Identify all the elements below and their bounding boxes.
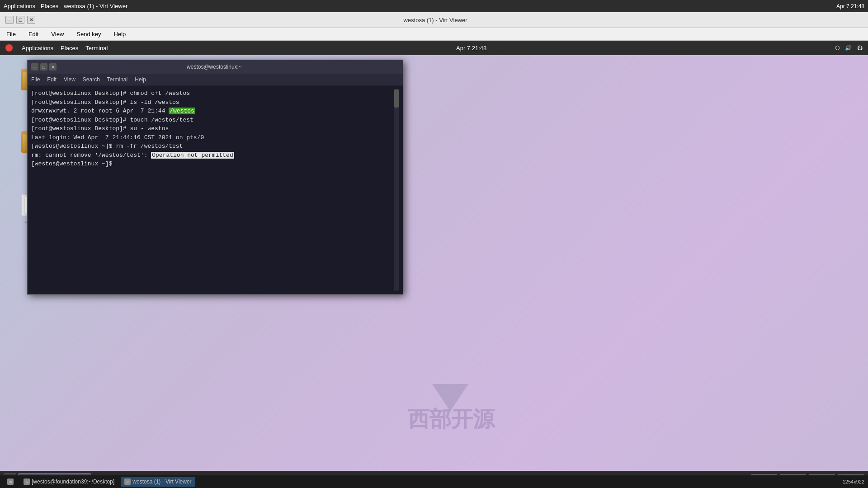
term-line-1: [root@westoslinux Desktop]# chmod o+t /w…	[31, 90, 234, 167]
term-win-controls[interactable]: ─ □ ✕	[31, 63, 57, 70]
os-topbar: Applications Places westosa (1) - Virt V…	[0, 0, 868, 12]
maximize-button[interactable]: □	[16, 16, 24, 24]
term-menu-search[interactable]: Search	[83, 76, 100, 83]
host-foundation-label: [westos@foundation39:~/Desktop]	[32, 479, 114, 485]
vm-desktop: Applications Places Terminal Apr 7 21:48…	[0, 41, 868, 488]
menu-file[interactable]: File	[4, 30, 19, 38]
host-taskbar-right: 1254x922	[843, 479, 864, 484]
host-virt-label: westosa (1) - Virt Viewer	[132, 479, 191, 485]
host-desktop-icon: ⊞	[7, 479, 14, 485]
host-taskbar-foundation[interactable]: $ [westos@foundation39:~/Desktop]	[20, 477, 118, 487]
host-taskbar-desktop-btn[interactable]: ⊞	[4, 477, 17, 487]
guest-topbar-center: Apr 7 21:48	[456, 45, 486, 52]
guest-topbar-left: Applications Places Terminal	[5, 44, 108, 52]
virt-viewer-titlebar: ─ □ ✕ westosa (1) - Virt Viewer	[0, 12, 868, 28]
error-highlight: Operation not permitted	[151, 152, 234, 159]
menu-view[interactable]: View	[48, 30, 66, 38]
virt-viewer-title: westosa (1) - Virt Viewer	[35, 17, 835, 23]
guest-places-label[interactable]: Places	[61, 45, 78, 52]
guest-topbar: Applications Places Terminal Apr 7 21:48…	[0, 41, 868, 55]
network-icon: ⬡	[835, 45, 840, 51]
term-menu-edit[interactable]: Edit	[47, 76, 57, 83]
terminal-scrollbar[interactable]	[394, 89, 399, 291]
guest-terminal-label[interactable]: Terminal	[85, 45, 108, 52]
menu-edit[interactable]: Edit	[26, 30, 41, 38]
close-button[interactable]: ✕	[27, 16, 35, 24]
term-menu-file[interactable]: File	[31, 76, 40, 83]
os-places-label[interactable]: Places	[41, 3, 58, 9]
scrollbar-thumb[interactable]	[394, 89, 399, 108]
terminal-titlebar: ─ □ ✕ westos@westoslinux:~	[28, 60, 403, 74]
menu-help[interactable]: Help	[111, 30, 129, 38]
watermark-arrow	[432, 384, 468, 411]
terminal-window[interactable]: ─ □ ✕ westos@westoslinux:~ File Edit Vie…	[27, 60, 403, 295]
term-close-btn[interactable]: ✕	[49, 63, 57, 70]
host-virt-icon: V	[124, 479, 131, 485]
os-topbar-right: Apr 7 21:48	[836, 3, 864, 9]
os-topbar-left: Applications Places westosa (1) - Virt V…	[4, 3, 127, 9]
guest-apps-label[interactable]: Applications	[22, 45, 53, 52]
host-terminal-icon: $	[24, 479, 30, 485]
power-icon: ⏻	[857, 45, 863, 51]
os-apps-label[interactable]: Applications	[4, 3, 35, 9]
term-minimize-btn[interactable]: ─	[31, 63, 38, 70]
menu-send-key[interactable]: Send key	[74, 30, 104, 38]
virt-viewer-win-controls[interactable]: ─ □ ✕	[5, 16, 35, 24]
term-menu-help[interactable]: Help	[135, 76, 146, 83]
guest-datetime: Apr 7 21:48	[456, 45, 486, 52]
volume-icon: 🔊	[845, 45, 852, 51]
term-menu-view[interactable]: View	[64, 76, 75, 83]
term-menu-terminal[interactable]: Terminal	[107, 76, 127, 83]
os-datetime: Apr 7 21:48	[836, 3, 864, 9]
path-highlight: /westos	[169, 108, 195, 114]
minimize-button[interactable]: ─	[5, 16, 14, 24]
virt-viewer-menubar: File Edit View Send key Help	[0, 28, 868, 41]
terminal-body[interactable]: [root@westoslinux Desktop]# chmod o+t /w…	[28, 85, 403, 294]
host-taskbar: ⊞ $ [westos@foundation39:~/Desktop] V we…	[0, 475, 868, 488]
guest-apps-icon	[5, 44, 13, 52]
os-window-label: westosa (1) - Virt Viewer	[64, 3, 127, 9]
guest-topbar-right: ⬡ 🔊 ⏻	[835, 45, 863, 51]
host-taskbar-virt[interactable]: V westosa (1) - Virt Viewer	[121, 477, 195, 487]
virt-viewer-window: ─ □ ✕ westosa (1) - Virt Viewer File Edi…	[0, 12, 868, 488]
terminal-menubar: File Edit View Search Terminal Help	[28, 74, 403, 85]
terminal-title: westos@westoslinux:~	[57, 64, 372, 70]
terminal-content: [root@westoslinux Desktop]# chmod o+t /w…	[31, 89, 394, 291]
term-maximize-btn[interactable]: □	[40, 63, 47, 70]
host-resolution: 1254x922	[843, 479, 864, 484]
